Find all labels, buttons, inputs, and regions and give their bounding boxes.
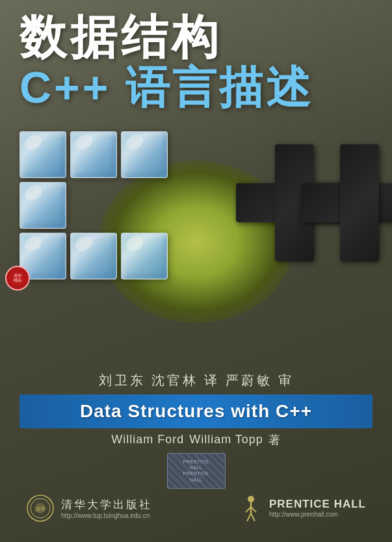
cube-top-left — [20, 131, 66, 178]
svg-line-9 — [251, 513, 255, 521]
c-shape — [20, 131, 176, 339]
author2-text: William Topp — [189, 433, 263, 446]
svg-text:清华: 清华 — [35, 506, 46, 512]
title-area: 数据结构 C++ 语言描述 — [0, 0, 392, 112]
cube-bot-right — [121, 233, 168, 279]
book-cover: 数据结构 C++ 语言描述 — [0, 0, 392, 542]
tsinghua-name: 清华大学出版社 — [61, 497, 152, 512]
plus2-vertical — [340, 144, 379, 261]
red-badge-text: 清华精品 — [14, 274, 21, 283]
prentice-hall-logo-icon — [239, 494, 263, 523]
tsinghua-logo-icon: 清华 — [26, 494, 55, 523]
tsinghua-url: http://www.tup.tsinghua.edu.cn — [61, 512, 152, 519]
prentice-publisher: PRENTICE HALL http://www.prenhall.com — [239, 494, 366, 523]
banner-text: Data Structures with C++ — [80, 401, 312, 421]
red-badge: 清华精品 — [5, 266, 30, 290]
author1-text: William Ford — [111, 433, 184, 446]
cube-bot-mid — [70, 233, 117, 279]
title-line1: 数据结构 — [20, 12, 372, 63]
publishers-row: 清华 清华大学出版社 http://www.tup.tsinghua.edu.c… — [20, 494, 372, 523]
bottom-area: 刘卫东 沈官林 译 严蔚敏 审 Data Structures with C++… — [0, 372, 392, 523]
translators-row: 刘卫东 沈官林 译 严蔚敏 审 — [20, 372, 372, 389]
prentice-url: http://www.prenhall.com — [269, 511, 366, 518]
plus-shape — [236, 144, 379, 287]
author-suffix: 著 — [268, 432, 281, 448]
tsinghua-publisher: 清华 清华大学出版社 http://www.tup.tsinghua.edu.c… — [26, 494, 152, 523]
tsinghua-info: 清华大学出版社 http://www.tup.tsinghua.edu.cn — [61, 497, 152, 519]
prentice-name: PRENTICE HALL — [269, 498, 366, 511]
illustration: 清华精品 — [0, 118, 392, 365]
stamp-text: PRENTICEHALLPRENTICEHALL — [183, 459, 209, 482]
cube-top-right — [121, 131, 168, 178]
prentice-stamp: PRENTICEHALLPRENTICEHALL — [167, 453, 226, 489]
stamp-area: PRENTICEHALLPRENTICEHALL — [20, 453, 372, 489]
cube-top-mid — [70, 131, 117, 178]
prentice-info: PRENTICE HALL http://www.prenhall.com — [269, 498, 366, 518]
title-line2: C++ 语言描述 — [20, 63, 372, 112]
svg-line-8 — [247, 513, 251, 521]
authors-row: William Ford William Topp 著 — [20, 432, 372, 448]
svg-point-4 — [248, 496, 254, 502]
cube-mid-left — [20, 182, 66, 229]
blue-banner: Data Structures with C++ — [20, 394, 372, 428]
translators-text: 刘卫东 沈官林 译 严蔚敏 审 — [99, 372, 294, 389]
